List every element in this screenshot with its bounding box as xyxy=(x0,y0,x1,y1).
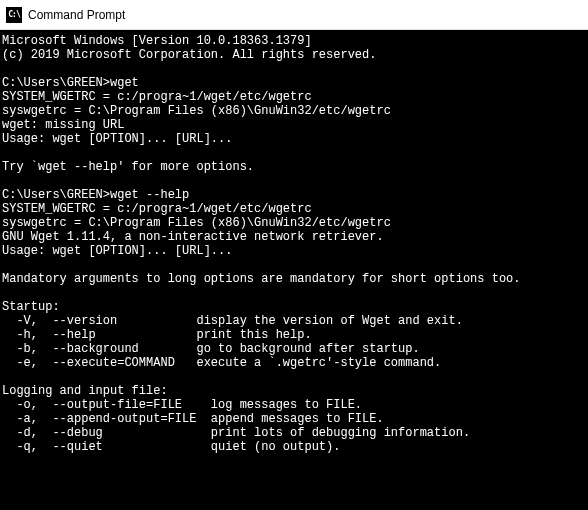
terminal-line xyxy=(2,174,586,188)
terminal-line: SYSTEM_WGETRC = c:/progra~1/wget/etc/wge… xyxy=(2,90,586,104)
terminal-line: syswgetrc = C:\Program Files (x86)\GnuWi… xyxy=(2,216,586,230)
terminal-line: Microsoft Windows [Version 10.0.18363.13… xyxy=(2,34,586,48)
titlebar[interactable]: C:\ Command Prompt xyxy=(0,0,588,30)
terminal-line xyxy=(2,146,586,160)
terminal-line: -d, --debug print lots of debugging info… xyxy=(2,426,586,440)
terminal-line: GNU Wget 1.11.4, a non-interactive netwo… xyxy=(2,230,586,244)
terminal-line: SYSTEM_WGETRC = c:/progra~1/wget/etc/wge… xyxy=(2,202,586,216)
terminal-line: -q, --quiet quiet (no output). xyxy=(2,440,586,454)
terminal-line: C:\Users\GREEN>wget --help xyxy=(2,188,586,202)
terminal-line: Mandatory arguments to long options are … xyxy=(2,272,586,286)
terminal-line xyxy=(2,370,586,384)
terminal-line: Usage: wget [OPTION]... [URL]... xyxy=(2,132,586,146)
terminal-line: -b, --background go to background after … xyxy=(2,342,586,356)
terminal-line: -o, --output-file=FILE log messages to F… xyxy=(2,398,586,412)
command-prompt-icon: C:\ xyxy=(6,7,22,23)
terminal-line: -h, --help print this help. xyxy=(2,328,586,342)
terminal-line: -a, --append-output=FILE append messages… xyxy=(2,412,586,426)
terminal-line: Usage: wget [OPTION]... [URL]... xyxy=(2,244,586,258)
terminal-line: Logging and input file: xyxy=(2,384,586,398)
terminal-line: (c) 2019 Microsoft Corporation. All righ… xyxy=(2,48,586,62)
terminal-line xyxy=(2,62,586,76)
terminal-output[interactable]: Microsoft Windows [Version 10.0.18363.13… xyxy=(0,30,588,510)
terminal-line xyxy=(2,286,586,300)
terminal-line xyxy=(2,258,586,272)
terminal-line: Try `wget --help' for more options. xyxy=(2,160,586,174)
terminal-line: -e, --execute=COMMAND execute a `.wgetrc… xyxy=(2,356,586,370)
terminal-line: wget: missing URL xyxy=(2,118,586,132)
window-title: Command Prompt xyxy=(28,8,125,22)
terminal-line: C:\Users\GREEN>wget xyxy=(2,76,586,90)
terminal-line: -V, --version display the version of Wge… xyxy=(2,314,586,328)
terminal-line: syswgetrc = C:\Program Files (x86)\GnuWi… xyxy=(2,104,586,118)
terminal-line: Startup: xyxy=(2,300,586,314)
